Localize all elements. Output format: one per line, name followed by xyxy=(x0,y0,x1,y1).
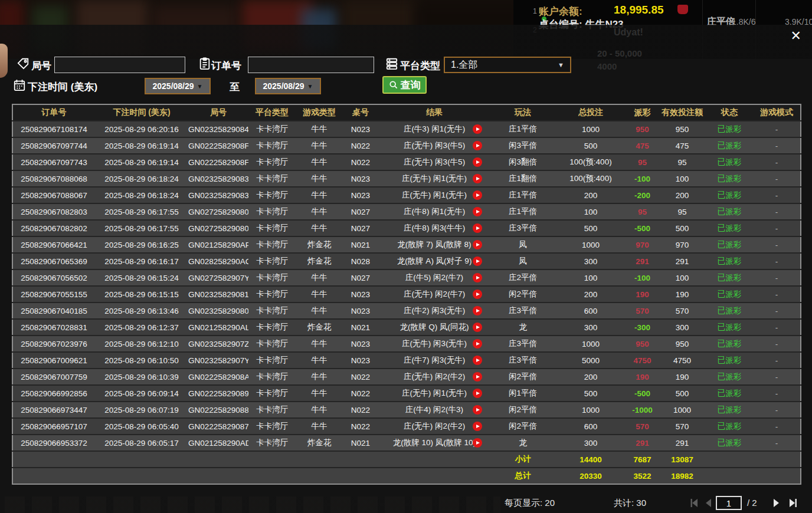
cell-status: 已派彩 xyxy=(706,236,753,253)
cell-table: N022 xyxy=(343,369,378,385)
cell-status: 已派彩 xyxy=(706,203,753,220)
play-video-icon[interactable] xyxy=(473,323,482,332)
result-text: 庄(牛8) 闲1(无牛) xyxy=(404,207,465,216)
platform-select[interactable]: 1.全部 ▼ xyxy=(444,57,571,73)
cell-payout: 95 xyxy=(626,203,659,220)
result-text: 庄(无牛) 闲2(牛7) xyxy=(404,290,465,298)
cell-total-bet: 500 xyxy=(555,220,626,236)
column-header-8: 总投注 xyxy=(555,104,626,121)
play-video-icon[interactable] xyxy=(473,290,482,299)
page-number-input[interactable] xyxy=(716,496,742,510)
last-page-icon[interactable] xyxy=(787,498,798,508)
cell-mode: - xyxy=(753,352,801,369)
cell-payout: 570 xyxy=(626,418,659,435)
cell-status: 已派彩 xyxy=(706,170,753,187)
cell-game: 牛牛 xyxy=(296,187,343,203)
cell-round-id: GN0232582907Y xyxy=(188,352,248,369)
cell-bet-time: 2025-08-29 06:12:37 xyxy=(95,319,188,336)
play-video-icon[interactable] xyxy=(473,372,482,382)
cell-table: N027 xyxy=(343,220,378,236)
prev-page-icon[interactable] xyxy=(703,498,714,508)
cell-table: N022 xyxy=(343,385,378,402)
first-page-icon[interactable] xyxy=(689,498,700,508)
cell-total-bet: 300 xyxy=(555,253,626,269)
play-video-icon[interactable] xyxy=(473,141,482,150)
play-video-icon[interactable] xyxy=(473,190,482,200)
cell-mode: - xyxy=(753,385,801,402)
table-row: 2508290670077592025-08-29 06:10:39GN0222… xyxy=(12,369,801,385)
cell-total-bet: 5000 xyxy=(555,352,626,369)
cell-play-method: 凤 xyxy=(490,253,555,269)
table-row: 2508290669734472025-08-29 06:07:19GN0222… xyxy=(12,402,801,418)
faint-amount: 4000 xyxy=(597,61,617,71)
play-video-icon[interactable] xyxy=(473,124,482,134)
column-header-2: 局号 xyxy=(188,104,248,121)
cell-game: 牛牛 xyxy=(296,369,343,385)
play-video-icon[interactable] xyxy=(473,422,482,431)
search-button[interactable]: 查询 xyxy=(382,76,427,94)
cell-bet-time: 2025-08-29 06:17:55 xyxy=(95,220,188,236)
play-video-icon[interactable] xyxy=(473,389,482,398)
cell-round-id: GN02325829081 xyxy=(188,286,248,302)
close-icon[interactable]: ✕ xyxy=(791,29,801,42)
play-video-icon[interactable] xyxy=(473,256,482,266)
result-text: 庄(牛7) 闲3(无牛) xyxy=(404,356,465,364)
play-video-icon[interactable] xyxy=(473,438,482,448)
play-video-icon[interactable] xyxy=(473,223,482,233)
total-total-bet: 20330 xyxy=(555,468,626,484)
cell-bet-time: 2025-08-29 06:13:46 xyxy=(95,302,188,319)
cell-payout: 475 xyxy=(626,137,659,154)
play-video-icon[interactable] xyxy=(473,157,482,167)
cell-status: 已派彩 xyxy=(706,121,753,137)
cell-game: 牛牛 xyxy=(296,170,343,187)
cell-round-id: GN021258290AD xyxy=(188,435,248,451)
cell-game: 牛牛 xyxy=(296,352,343,369)
cell-bet-time: 2025-08-29 06:16:17 xyxy=(95,253,188,269)
cell-bet-time: 2025-08-29 06:05:40 xyxy=(95,418,188,435)
cell-order-id: 250829067023976 xyxy=(12,336,95,352)
result-text: 庄(无牛) 闲2(牛2) xyxy=(404,372,465,381)
faint-limits: 20 - 50,000 xyxy=(597,48,642,58)
cell-status: 已派彩 xyxy=(706,269,753,286)
cell-mode: - xyxy=(753,369,801,385)
cell-bet-time: 2025-08-29 06:18:24 xyxy=(95,187,188,203)
play-video-icon[interactable] xyxy=(473,174,482,183)
cell-mode: - xyxy=(753,418,801,435)
cell-order-id: 250829067108174 xyxy=(12,121,95,137)
order-input[interactable] xyxy=(248,57,374,73)
bet-history-modal: Udyat! 20 - 50,000 4000 ✕ 局号 订单号 平台类型 1.… xyxy=(0,25,812,513)
result-text: 龙(散牌 7) 凤(散牌 8) xyxy=(397,240,471,249)
date-to-picker[interactable]: 2025/08/29 ▼ xyxy=(255,78,321,94)
play-video-icon[interactable] xyxy=(473,273,482,282)
play-video-icon[interactable] xyxy=(473,339,482,348)
cell-valid-bet: 950 xyxy=(659,121,706,137)
column-header-3: 平台类型 xyxy=(248,104,296,121)
table-row: 2508290670551552025-08-29 06:15:15GN0232… xyxy=(12,286,801,302)
per-page-label: 每页显示: 20 xyxy=(505,498,555,509)
cell-payout: -500 xyxy=(626,385,659,402)
play-video-icon[interactable] xyxy=(473,306,482,315)
cell-total-bet: 1000 xyxy=(555,336,626,352)
column-header-9: 派彩 xyxy=(626,104,659,121)
cell-order-id: 250829067088068 xyxy=(12,170,95,187)
table-row: 2508290670977432025-08-29 06:19:14GN0222… xyxy=(12,154,801,170)
date-from-picker[interactable]: 2025/08/29 ▼ xyxy=(145,78,211,94)
cell-valid-bet: 570 xyxy=(659,418,706,435)
cell-round-id: GN02725829080 xyxy=(188,220,248,236)
round-input[interactable] xyxy=(54,57,185,73)
cell-platform: 卡卡湾厅 xyxy=(248,319,296,336)
cell-platform: 卡卡湾厅 xyxy=(248,220,296,236)
play-video-icon[interactable] xyxy=(473,356,482,365)
cell-play-method: 庄1平倍 xyxy=(490,203,555,220)
next-page-icon[interactable] xyxy=(771,498,781,508)
cell-table: N027 xyxy=(343,203,378,220)
cell-order-id: 250829067088067 xyxy=(12,187,95,203)
cell-status: 已派彩 xyxy=(706,220,753,236)
cell-payout: 291 xyxy=(626,253,659,269)
play-video-icon[interactable] xyxy=(473,207,482,216)
cell-result: 庄(无牛) 闲1(无牛) xyxy=(378,385,490,402)
subtotal-total-bet: 14400 xyxy=(555,451,626,468)
play-video-icon[interactable] xyxy=(473,240,482,249)
cell-round-id: GN02225829089 xyxy=(188,385,248,402)
play-video-icon[interactable] xyxy=(473,405,482,415)
